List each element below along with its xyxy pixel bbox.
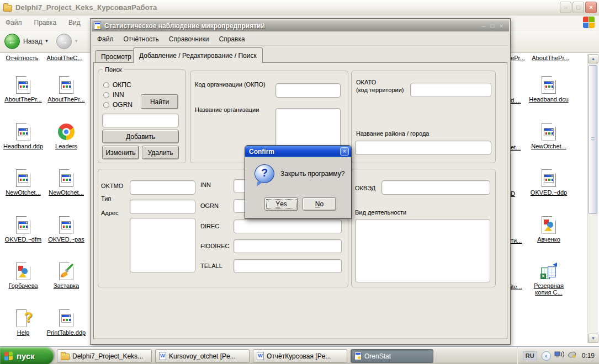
file-item[interactable]: PrintTable.ddp bbox=[45, 309, 87, 336]
task-word-1[interactable]: Kursovoy_otchet [Pe... bbox=[155, 349, 250, 363]
network-icon[interactable] bbox=[554, 350, 564, 361]
scroll-up-icon[interactable]: ▲ bbox=[588, 54, 598, 63]
file-item[interactable]: Горбачева bbox=[2, 263, 44, 289]
start-button[interactable]: пуск bbox=[0, 347, 54, 364]
okved-input[interactable] bbox=[381, 180, 490, 195]
file-item[interactable]: AboutThePr... bbox=[45, 76, 87, 103]
file-label: AboutThePr... bbox=[45, 96, 87, 103]
file-item[interactable]: Leaders bbox=[45, 123, 87, 149]
forward-dropdown-icon: ▼ bbox=[74, 39, 78, 44]
menu-item-edit[interactable]: Правка bbox=[34, 19, 65, 26]
radio-inn[interactable]: INN bbox=[103, 91, 124, 99]
delphi-file-icon bbox=[14, 216, 32, 234]
file-item[interactable]: NewOtchet... bbox=[45, 169, 87, 196]
close-icon[interactable]: × bbox=[340, 147, 349, 156]
app-menubar: Файл Отчётность Справочники Справка bbox=[92, 33, 508, 46]
tip-adres-input[interactable] bbox=[130, 200, 195, 214]
okpo-input[interactable] bbox=[275, 83, 341, 98]
maximize-button[interactable]: □ bbox=[488, 23, 497, 29]
file-label-partial[interactable]: et... bbox=[511, 144, 527, 151]
file-item[interactable]: Авченко bbox=[528, 216, 570, 243]
file-item[interactable]: OKVED.~pas bbox=[45, 216, 87, 243]
app-titlebar[interactable]: Статистическое наблюдение микропредприят… bbox=[92, 20, 509, 31]
file-item[interactable]: NewOtchet... bbox=[2, 169, 44, 196]
mouse-icon[interactable] bbox=[567, 351, 577, 361]
forward-button[interactable]: → bbox=[56, 34, 72, 49]
file-item[interactable]: ?Help bbox=[2, 309, 44, 336]
adres-textarea[interactable] bbox=[130, 218, 195, 272]
search-input[interactable] bbox=[102, 114, 179, 127]
file-item[interactable]: XРезервная копия С... bbox=[528, 263, 570, 296]
scrollbar-thumb[interactable] bbox=[589, 65, 597, 214]
back-button[interactable]: ← bbox=[4, 34, 20, 49]
file-item[interactable]: OKVED.~dfm bbox=[2, 216, 44, 243]
explorer-titlebar[interactable]: Delphi7_Project_Keks_КурсоваяРабота – □ … bbox=[0, 0, 599, 15]
file-label-partial[interactable]: d.... bbox=[511, 97, 527, 104]
fiodirec-label: FIODIREC bbox=[200, 243, 230, 249]
add-button[interactable]: Добавить bbox=[102, 130, 179, 143]
delphi-file-icon bbox=[57, 216, 75, 234]
minimize-button[interactable]: – bbox=[560, 2, 571, 13]
menu-item-help[interactable]: Справка bbox=[214, 35, 250, 43]
restore-button[interactable]: □ bbox=[573, 2, 584, 13]
menu-item-file[interactable]: Файл bbox=[6, 19, 30, 26]
district-input[interactable] bbox=[355, 141, 491, 155]
dialog-titlebar[interactable]: Confirm × bbox=[245, 146, 351, 157]
file-label[interactable]: AboutTheC... bbox=[44, 55, 86, 61]
minimize-button[interactable]: – bbox=[479, 23, 488, 29]
okato-input[interactable] bbox=[410, 83, 491, 97]
task-explorer[interactable]: Delphi7_Project_Keks... bbox=[57, 349, 152, 363]
file-label[interactable]: AboutThePr... bbox=[528, 55, 573, 61]
tab-edit[interactable]: Добавление / Редактирование / Поиск bbox=[133, 47, 263, 63]
file-label-partial[interactable]: ти... bbox=[511, 237, 527, 244]
edit-button[interactable]: Изменить bbox=[102, 146, 139, 159]
telall-input[interactable] bbox=[234, 259, 342, 273]
direc-input[interactable] bbox=[234, 220, 342, 233]
close-button[interactable]: × bbox=[585, 2, 597, 13]
file-item[interactable]: OKVED.~ddp bbox=[528, 169, 570, 196]
collapse-tray-icon[interactable]: ‹ bbox=[542, 351, 551, 361]
menu-item-view[interactable]: Вид bbox=[68, 19, 88, 26]
task-word-2[interactable]: ОтчётКурсовая [Pe... bbox=[253, 349, 347, 363]
yes-button[interactable]: Yes bbox=[264, 197, 298, 211]
tab-view[interactable]: Просмотр bbox=[95, 50, 137, 63]
task-orenstat[interactable]: OrenStat bbox=[351, 349, 433, 363]
app-icon bbox=[354, 352, 362, 360]
file-item[interactable]: Headband.dcu bbox=[528, 76, 570, 103]
scrollbar[interactable]: ▲ ▼ bbox=[587, 54, 598, 343]
file-item[interactable]: Headband.ddp bbox=[2, 123, 44, 149]
windows-flag-icon bbox=[4, 351, 13, 360]
app-title: Статистическое наблюдение микропредприят… bbox=[104, 22, 265, 30]
delete-button[interactable]: Удалить bbox=[142, 146, 179, 159]
screen: Delphi7_Project_Keks_КурсоваяРабота – □ … bbox=[0, 0, 599, 364]
oktmo-label: OKTMO bbox=[101, 183, 123, 189]
menu-item-file[interactable]: Файл bbox=[92, 35, 119, 43]
file-item[interactable]: AboutThePr... bbox=[2, 76, 44, 103]
file-label-partial[interactable]: D bbox=[511, 190, 527, 197]
radio-ogrn[interactable]: OGRN bbox=[103, 101, 132, 109]
file-item[interactable]: NewOtchet... bbox=[528, 123, 570, 149]
file-label-partial[interactable]: ite... bbox=[511, 283, 527, 290]
back-dropdown-icon[interactable]: ▼ bbox=[44, 39, 49, 44]
image-file-icon bbox=[540, 216, 558, 234]
file-item[interactable]: Заставка bbox=[45, 263, 87, 289]
no-button[interactable]: No bbox=[303, 197, 336, 211]
menu-item-reporting[interactable]: Отчётность bbox=[119, 35, 164, 43]
find-button[interactable]: Найти bbox=[141, 94, 178, 109]
radio-okps[interactable]: ОКПС bbox=[103, 81, 131, 89]
taskbar: пуск Delphi7_Project_Keks... Kursovoy_ot… bbox=[0, 346, 599, 364]
file-label[interactable]: ePr... bbox=[509, 55, 527, 61]
fiodirec-input[interactable] bbox=[234, 239, 342, 253]
file-label: PrintTable.ddp bbox=[45, 329, 87, 336]
activity-group: ОКВЭД Вид деятельности bbox=[351, 169, 496, 287]
menu-item-directories[interactable]: Справочники bbox=[164, 35, 214, 43]
activity-textarea[interactable] bbox=[355, 219, 490, 282]
language-indicator[interactable]: RU bbox=[523, 351, 537, 360]
close-button[interactable]: × bbox=[497, 23, 506, 29]
oktmo-input[interactable] bbox=[130, 180, 195, 195]
clock: 0:19 bbox=[582, 352, 595, 360]
scroll-down-icon[interactable]: ▼ bbox=[588, 334, 598, 343]
file-label: Help bbox=[2, 329, 44, 336]
file-label[interactable]: Отчётность bbox=[1, 55, 43, 61]
telall-label: TELALL bbox=[200, 263, 222, 269]
